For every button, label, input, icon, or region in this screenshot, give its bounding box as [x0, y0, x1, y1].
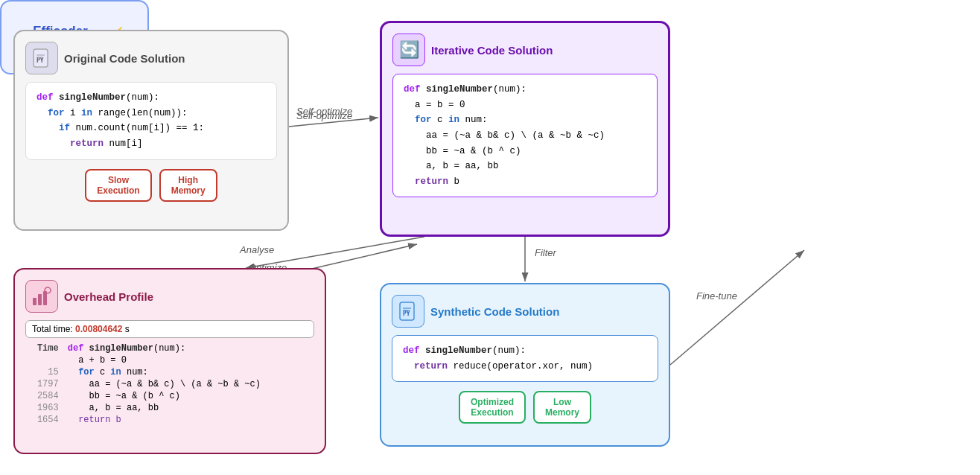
overhead-profile-box: Overhead Profile Total time: 0.00804642 …: [13, 268, 326, 454]
original-code-box: PY Original Code Solution def singleNumb…: [13, 30, 289, 231]
original-code-icon: PY: [25, 42, 58, 74]
table-row: 1963 a, b = aa, bb: [25, 402, 314, 414]
overhead-profile-icon: [25, 280, 58, 313]
svg-rect-11: [33, 298, 36, 305]
arrow-label-analyse: Analyse: [240, 244, 274, 255]
slow-execution-badge: SlowExecution: [85, 169, 151, 202]
overhead-table: Time def singleNumber(num): a + b = 0 15…: [25, 342, 314, 426]
overhead-total: Total time: 0.00804642 s: [25, 320, 314, 338]
overhead-profile-header: Overhead Profile: [25, 280, 314, 313]
synthetic-code-icon: PY: [392, 295, 424, 328]
svg-point-14: [45, 287, 51, 293]
table-row: 15 for c in num:: [25, 366, 314, 378]
table-row: 2584 bb = ~a & (b ^ c): [25, 390, 314, 402]
svg-text:PY: PY: [36, 57, 44, 64]
synthetic-badges: OptimizedExecution LowMemory: [392, 391, 658, 424]
overhead-total-value: 0.00804642: [75, 324, 122, 334]
arrow-label-fine-tune: Fine-tune: [696, 290, 737, 302]
high-memory-badge: HighMemory: [159, 169, 217, 202]
iterative-code-panel: def singleNumber(num): a = b = 0 for c i…: [392, 74, 658, 197]
original-code-panel: def singleNumber(num): for i in range(le…: [25, 82, 277, 160]
svg-line-6: [670, 250, 804, 365]
original-code-header: PY Original Code Solution: [25, 42, 277, 74]
table-row: 1654 return b: [25, 414, 314, 426]
iterative-code-box: 🔄 Iterative Code Solution def singleNumb…: [380, 21, 670, 237]
low-memory-badge: LowMemory: [533, 391, 591, 424]
iterative-code-header: 🔄 Iterative Code Solution: [392, 34, 658, 66]
synthetic-code-panel: def singleNumber(num): return reduce(ope…: [392, 335, 658, 382]
synthetic-code-title: Synthetic Code Solution: [430, 305, 559, 318]
table-row: 1797 aa = (~a & b& c) \ (a & ~b & ~c): [25, 378, 314, 390]
optimized-execution-badge: OptimizedExecution: [459, 391, 526, 424]
synthetic-code-box: PY Synthetic Code Solution def singleNum…: [380, 283, 670, 447]
iterative-code-icon: 🔄: [392, 34, 425, 66]
svg-rect-12: [38, 294, 42, 305]
synthetic-code-header: PY Synthetic Code Solution: [392, 295, 658, 328]
overhead-profile-title: Overhead Profile: [64, 290, 153, 303]
original-badges: SlowExecution HighMemory: [25, 169, 277, 202]
arrow-label-filter: Filter: [535, 247, 556, 258]
iterative-code-title: Iterative Code Solution: [431, 44, 553, 57]
svg-text:PY: PY: [403, 310, 410, 317]
table-row: Time def singleNumber(num):: [25, 342, 314, 354]
table-row: a + b = 0: [25, 354, 314, 366]
original-code-title: Original Code Solution: [64, 52, 185, 65]
arrow-label-self-optimize-2: Self-optimize: [296, 106, 352, 117]
